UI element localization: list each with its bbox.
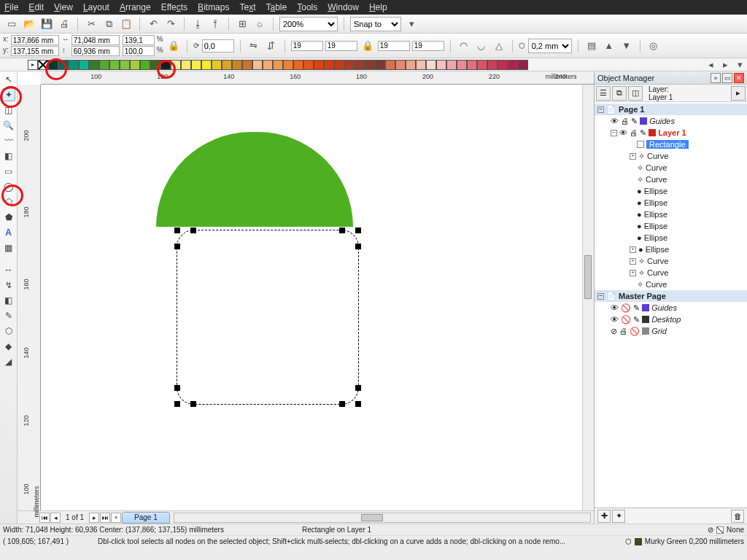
pick-tool-icon[interactable]: ↖ (2, 73, 15, 86)
page-prev-icon[interactable]: ◂ (50, 513, 61, 523)
color-swatch[interactable] (477, 60, 487, 70)
corner-lock-icon[interactable]: 🔒 (360, 39, 375, 53)
fill-tool-icon[interactable]: ◆ (2, 340, 15, 353)
freehand-tool-icon[interactable]: 〰 (2, 134, 15, 147)
color-swatch[interactable] (426, 60, 436, 70)
color-swatch[interactable] (467, 60, 477, 70)
color-swatch[interactable] (171, 60, 181, 70)
round-corner-icon[interactable]: ◠ (457, 39, 471, 53)
corner3-input[interactable] (378, 41, 410, 51)
menu-table[interactable]: Table (266, 2, 287, 12)
copy-icon[interactable]: ⧉ (101, 17, 116, 31)
polygon-tool-icon[interactable]: ⬠ (2, 195, 15, 209)
height-input[interactable] (71, 46, 120, 56)
menu-layout[interactable]: Layout (83, 2, 109, 12)
paste-icon[interactable]: 📋 (119, 17, 133, 31)
app-launcher-icon[interactable]: ⊞ (235, 17, 249, 31)
color-swatch[interactable] (395, 60, 406, 70)
convert-curves-icon[interactable]: ◎ (646, 39, 661, 53)
docker-undock-icon[interactable]: ▭ (722, 73, 732, 83)
pos-y-input[interactable] (11, 46, 59, 56)
color-swatch[interactable] (293, 60, 303, 70)
scale-y-input[interactable] (123, 46, 155, 56)
welcome-icon[interactable]: ☼ (252, 17, 267, 31)
color-swatch[interactable] (487, 60, 498, 70)
rounded-rectangle-shape[interactable] (177, 230, 359, 405)
new-layer-icon[interactable]: ✚ (597, 510, 611, 523)
color-swatch[interactable] (334, 60, 344, 70)
export-icon[interactable]: ⭱ (208, 17, 222, 31)
print-icon[interactable]: 🖨 (57, 17, 71, 31)
object-tree[interactable]: − 📄 Page 1 👁 🖨 ✎ Guides − 👁 🖨 ✎ Layer 1 … (595, 102, 747, 508)
save-icon[interactable]: 💾 (39, 17, 54, 31)
fill-swatch[interactable] (716, 526, 724, 534)
color-swatch[interactable] (120, 60, 130, 70)
color-swatch[interactable] (48, 60, 58, 70)
color-swatch[interactable] (518, 60, 528, 70)
pos-x-input[interactable] (11, 35, 59, 45)
smart-fill-tool-icon[interactable]: ◧ (2, 149, 15, 163)
zoom-tool-icon[interactable]: 🔍 (2, 119, 15, 132)
text-tool-icon[interactable]: A (2, 226, 15, 239)
color-swatch[interactable] (416, 60, 426, 70)
color-swatch[interactable] (79, 60, 89, 70)
color-swatch[interactable] (446, 60, 457, 70)
palette-scroll-left-icon[interactable]: ◂ (703, 58, 718, 72)
to-front-icon[interactable]: ▲ (602, 39, 616, 53)
corner4-input[interactable] (412, 41, 444, 51)
color-swatch[interactable] (201, 60, 212, 70)
redo-icon[interactable]: ↷ (163, 17, 178, 31)
import-icon[interactable]: ⭳ (190, 17, 205, 31)
shape-tool-icon[interactable]: ✦ (2, 88, 15, 101)
rectangle-tool-icon[interactable]: ▭ (2, 165, 15, 178)
color-swatch[interactable] (436, 60, 446, 70)
open-icon[interactable]: 📂 (22, 17, 36, 31)
green-halfcircle-shape[interactable] (156, 132, 353, 227)
color-swatch[interactable] (263, 60, 273, 70)
snap-select[interactable]: Snap to (350, 17, 401, 31)
color-swatch[interactable] (508, 60, 518, 70)
color-swatch[interactable] (385, 60, 395, 70)
ellipse-tool-icon[interactable]: ◯ (2, 180, 15, 193)
color-swatch[interactable] (150, 60, 160, 70)
interactive-fill-tool-icon[interactable]: ◢ (2, 355, 15, 368)
color-swatch[interactable] (457, 60, 467, 70)
delete-icon[interactable]: 🗑 (731, 510, 744, 523)
table-tool-icon[interactable]: ▦ (2, 241, 15, 254)
add-page-icon[interactable]: + (111, 513, 121, 523)
vertical-scrollbar[interactable] (582, 85, 594, 510)
color-swatch[interactable] (314, 60, 324, 70)
color-swatch[interactable] (283, 60, 293, 70)
om-flyout-icon[interactable]: ▸ (731, 86, 746, 101)
color-swatch[interactable] (375, 60, 385, 70)
color-swatch[interactable] (89, 60, 99, 70)
menu-file[interactable]: FFileile (4, 2, 18, 12)
dimension-tool-icon[interactable]: ↔ (2, 263, 15, 276)
new-master-layer-icon[interactable]: ✦ (612, 510, 625, 523)
color-swatch[interactable] (324, 60, 334, 70)
outline-swatch[interactable] (635, 538, 642, 545)
menu-tools[interactable]: Tools (297, 2, 317, 12)
menu-help[interactable]: Help (369, 2, 387, 12)
palette-menu-icon[interactable]: ▾ (732, 58, 747, 72)
color-swatch[interactable] (344, 60, 355, 70)
canvas[interactable] (41, 85, 582, 510)
scale-x-input[interactable] (123, 35, 155, 45)
color-swatch[interactable] (355, 60, 365, 70)
to-back-icon[interactable]: ▼ (619, 39, 634, 53)
color-swatch[interactable] (160, 60, 171, 70)
color-swatch[interactable] (130, 60, 140, 70)
snap-options-icon[interactable]: ▾ (404, 17, 419, 31)
outline-width-select[interactable]: 0,2 mm (528, 39, 572, 53)
color-swatch[interactable] (498, 60, 508, 70)
cut-icon[interactable]: ✂ (84, 17, 98, 31)
docker-collapse-icon[interactable]: » (711, 73, 721, 83)
color-swatch[interactable] (242, 60, 252, 70)
rotate-input[interactable] (202, 39, 234, 52)
om-view2-icon[interactable]: ⧉ (612, 86, 627, 101)
docker-close-icon[interactable]: ✕ (734, 73, 744, 83)
om-view3-icon[interactable]: ◫ (628, 86, 643, 101)
menu-window[interactable]: Window (328, 2, 359, 12)
palette-play-icon[interactable]: ▸ (28, 60, 38, 70)
lock-ratio-icon[interactable]: 🔒 (166, 39, 181, 53)
